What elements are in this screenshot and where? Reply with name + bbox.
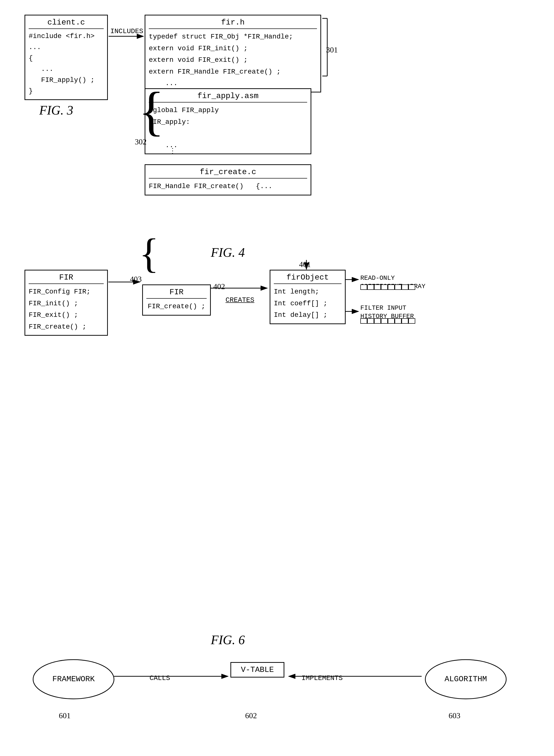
svg-text:{: { <box>139 235 159 276</box>
firh-title: fir.h <box>149 18 317 29</box>
firapply-content: .global FIR_apply FIR_apply: ... <box>149 104 307 151</box>
client-c-box: client.c #include <fir.h> ... { ... FIR_… <box>24 15 108 100</box>
firh-line-2: extern void FIR_init() ; <box>149 43 317 54</box>
svg-text:FRAMEWORK: FRAMEWORK <box>52 674 95 684</box>
label-302: 302 <box>135 137 147 146</box>
firapply-title: fir_apply.asm <box>149 92 307 103</box>
firobject-line-1: Int length; <box>274 286 341 298</box>
firobject-line-3: Int delay[] ; <box>274 309 341 321</box>
firh-content: typedef struct FIR_Obj *FIR_Handle; exte… <box>149 31 317 89</box>
firobject-content: Int length; Int coeff[] ; Int delay[] ; <box>274 286 341 321</box>
client-line-2: ... <box>29 42 104 53</box>
svg-text:INCLUDES: INCLUDES <box>110 28 143 35</box>
client-line-1: #include <fir.h> <box>29 31 104 42</box>
client-line-3: { <box>29 53 104 64</box>
fir-module-title: FIR <box>29 273 104 284</box>
creates-label: CREATES <box>225 296 255 304</box>
label-301: 301 <box>326 45 338 54</box>
fir-mod-line-2: FIR_init() ; <box>29 298 104 310</box>
fir-mod-line-3: FIR_exit() ; <box>29 309 104 321</box>
dots-302: ⋮ <box>169 147 176 155</box>
client-line-6: } <box>29 86 104 97</box>
firobject-title: firObject <box>274 273 341 284</box>
client-c-content: #include <fir.h> ... { ... FIR_apply() ;… <box>29 31 104 97</box>
svg-text:ALGORITHM: ALGORITHM <box>445 674 487 684</box>
client-line-5: FIR_apply() ; <box>29 75 104 86</box>
fir-small-content: FIR_create() ; <box>146 301 207 312</box>
firapply-box: fir_apply.asm .global FIR_apply FIR_appl… <box>145 88 311 154</box>
label-601: 601 <box>59 711 71 720</box>
client-line-4: ... <box>29 64 104 75</box>
client-c-title: client.c <box>29 18 104 29</box>
firapply-line-1: .global FIR_apply <box>149 104 307 116</box>
coeff-grid <box>361 284 415 290</box>
firh-line-5: ... <box>149 77 317 89</box>
label-602: 602 <box>245 711 257 720</box>
implements-label: IMPLEMENTS <box>301 674 343 682</box>
label-603: 603 <box>449 711 460 720</box>
fircreate-title: fir_create.c <box>149 167 307 178</box>
firapply-line-2: FIR_apply: <box>149 116 307 128</box>
fig6-label: FIG. 6 <box>211 633 245 647</box>
fir-small-box: FIR FIR_create() ; <box>142 284 211 316</box>
brace-302: { <box>138 88 164 134</box>
fircreate-box: fir_create.c FIR_Handle FIR_create() {..… <box>145 164 311 196</box>
fir-small-title: FIR <box>146 288 207 299</box>
fircreate-line-1: FIR_Handle FIR_create() {... <box>149 180 307 192</box>
firh-line-4: extern FIR_Handle FIR_create() ; <box>149 66 317 78</box>
firh-line-3: extern void FIR_exit() ; <box>149 54 317 66</box>
fir-mod-line-1: FIR_Config FIR; <box>29 286 104 298</box>
fir-mod-line-4: FIR_create() ; <box>29 321 104 333</box>
label-403: 403 <box>130 275 142 284</box>
fig3-label: FIG. 3 <box>39 103 73 117</box>
firh-line-1: typedef struct FIR_Obj *FIR_Handle; <box>149 31 317 43</box>
calls-label: CALLS <box>150 674 170 682</box>
fir-module-content: FIR_Config FIR; FIR_init() ; FIR_exit() … <box>29 286 104 332</box>
firh-box: fir.h typedef struct FIR_Obj *FIR_Handle… <box>145 15 321 93</box>
vtable-box: V-TABLE <box>230 662 284 678</box>
firobject-box: firObject Int length; Int coeff[] ; Int … <box>270 270 346 324</box>
algorithm-ellipse: ALGORITHM <box>424 657 507 701</box>
fig4-label: FIG. 4 <box>211 245 245 260</box>
history-grid <box>361 318 415 324</box>
fir-module-box: FIR FIR_Config FIR; FIR_init() ; FIR_exi… <box>24 270 108 336</box>
fir-small-line-1: FIR_create() ; <box>146 301 207 312</box>
label-402: 402 <box>213 282 225 291</box>
firapply-line-3 <box>149 128 307 140</box>
fircreate-content: FIR_Handle FIR_create() {... <box>149 180 307 192</box>
firobject-line-2: Int coeff[] ; <box>274 298 341 310</box>
framework-ellipse: FRAMEWORK <box>32 657 115 701</box>
label-401: 401 <box>299 260 311 269</box>
